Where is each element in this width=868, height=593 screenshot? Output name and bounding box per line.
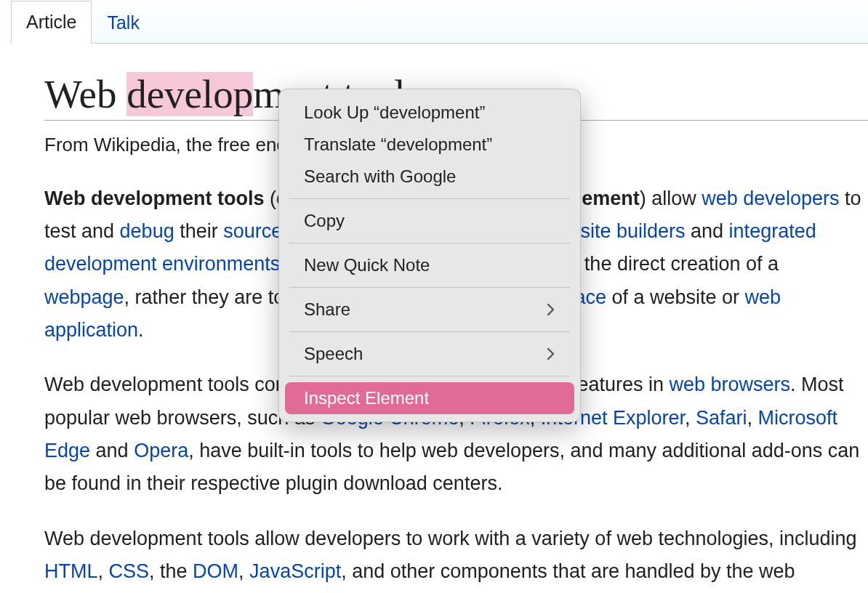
menu-new-quick-note[interactable]: New Quick Note bbox=[285, 249, 574, 281]
link-web-browsers[interactable]: web browsers bbox=[669, 374, 790, 395]
title-pre: Web bbox=[44, 72, 126, 116]
link-safari[interactable]: Safari bbox=[696, 407, 747, 429]
link-web-developers[interactable]: web developers bbox=[702, 187, 839, 209]
menu-search-google[interactable]: Search with Google bbox=[285, 161, 574, 193]
chevron-right-icon bbox=[547, 347, 555, 360]
menu-share[interactable]: Share bbox=[285, 294, 574, 326]
tab-article[interactable]: Article bbox=[11, 1, 92, 44]
context-menu: Look Up “development” Translate “develop… bbox=[278, 89, 581, 422]
menu-speech[interactable]: Speech bbox=[285, 338, 574, 370]
menu-separator bbox=[289, 331, 570, 332]
menu-look-up[interactable]: Look Up “development” bbox=[285, 97, 574, 129]
menu-separator bbox=[289, 376, 570, 376]
menu-separator bbox=[289, 198, 570, 199]
menu-inspect-element[interactable]: Inspect Element bbox=[285, 382, 574, 414]
menu-separator bbox=[289, 287, 570, 288]
tab-talk[interactable]: Talk bbox=[92, 1, 154, 44]
menu-translate[interactable]: Translate “development” bbox=[285, 129, 574, 161]
menu-copy[interactable]: Copy bbox=[285, 205, 574, 237]
article-tabs: Article Talk bbox=[11, 0, 868, 44]
title-highlight: develop bbox=[126, 72, 253, 116]
bold-term-1: Web development tools bbox=[44, 187, 265, 209]
paragraph-3: Web development tools allow developers t… bbox=[44, 523, 868, 593]
chevron-right-icon bbox=[547, 303, 555, 316]
menu-separator bbox=[289, 243, 570, 243]
